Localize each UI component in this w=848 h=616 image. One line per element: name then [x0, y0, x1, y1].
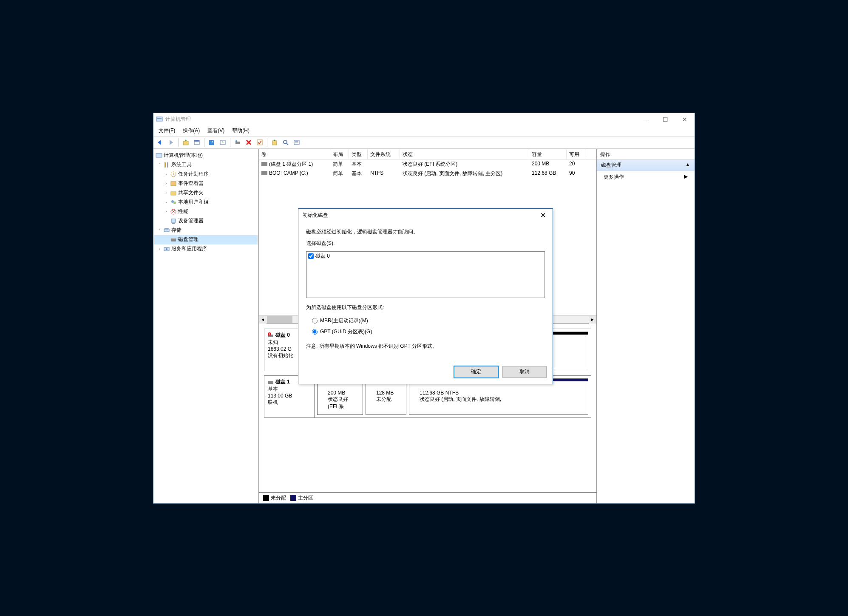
initialize-disk-dialog: 初始化磁盘 ✕ 磁盘必须经过初始化，逻辑磁盘管理器才能访问。 选择磁盘(S): …	[298, 208, 553, 384]
disk0-checkbox[interactable]	[308, 253, 314, 259]
collapse-icon[interactable]: ˅	[157, 228, 162, 233]
mbr-radio[interactable]	[312, 318, 318, 324]
triangle-right-icon: ▶	[684, 173, 688, 181]
expand-icon[interactable]: ›	[164, 190, 169, 195]
users-icon	[170, 199, 177, 206]
tree-services[interactable]: ›服务和应用程序	[154, 244, 258, 254]
forward-button[interactable]	[166, 138, 176, 147]
volume-avail: 90	[567, 169, 585, 178]
search-button[interactable]	[281, 138, 290, 147]
scroll-thumb[interactable]	[267, 316, 292, 323]
tree-item-label: 共享文件夹	[178, 189, 204, 196]
tree-system-tools[interactable]: ˅系统工具	[154, 160, 258, 170]
volume-layout: 简单	[330, 159, 349, 169]
perf-icon	[170, 208, 177, 215]
menu-file[interactable]: 文件(F)	[155, 126, 179, 135]
svg-marker-5	[184, 139, 187, 141]
menu-help[interactable]: 帮助(H)	[229, 126, 253, 135]
tree-storage[interactable]: ˅存储	[154, 226, 258, 235]
col-status[interactable]: 状态	[400, 149, 529, 159]
properties-button[interactable]	[218, 138, 227, 147]
close-button[interactable]: ✕	[675, 113, 695, 126]
tree-performance[interactable]: ›性能	[154, 207, 258, 216]
dialog-body: 磁盘必须经过初始化，逻辑磁盘管理器才能访问。 选择磁盘(S): 磁盘 0 为所选…	[298, 222, 553, 362]
expand-icon[interactable]: ›	[164, 209, 169, 214]
check-button[interactable]	[255, 138, 264, 147]
part-size: 200 MB	[328, 390, 352, 396]
up-button[interactable]	[181, 138, 190, 147]
tree-task-scheduler[interactable]: ›任务计划程序	[154, 170, 258, 179]
volume-row[interactable]: (磁盘 1 磁盘分区 1) 简单 基本 状态良好 (EFI 系统分区) 200 …	[259, 159, 596, 169]
ok-button[interactable]: 确定	[454, 366, 498, 378]
actions-group[interactable]: 磁盘管理▲	[597, 159, 695, 171]
svg-line-18	[286, 143, 288, 145]
tree-disk-mgmt-label: 磁盘管理	[178, 236, 199, 243]
collapse-icon[interactable]: ˅	[157, 162, 162, 167]
tree-local-users[interactable]: ›本地用户和组	[154, 198, 258, 207]
disk-icon	[170, 236, 177, 243]
svg-rect-27	[171, 192, 176, 195]
gpt-radio[interactable]	[312, 329, 318, 335]
mbr-option[interactable]: MBR(主启动记录)(M)	[306, 315, 545, 326]
window-controls: ― ☐ ✕	[636, 113, 695, 126]
col-avail[interactable]: 可用	[567, 149, 585, 159]
tree-disk-mgmt[interactable]: 磁盘管理	[154, 235, 258, 244]
dialog-close-button[interactable]: ✕	[538, 210, 548, 220]
dialog-buttons: 确定 取消	[298, 362, 553, 384]
cancel-button[interactable]: 取消	[502, 366, 547, 378]
toolbar: ?	[153, 136, 695, 149]
menu-view[interactable]: 查看(V)	[204, 126, 228, 135]
scroll-right-icon[interactable]: ►	[589, 316, 596, 324]
list-button[interactable]	[292, 138, 301, 147]
volume-row[interactable]: BOOTCAMP (C:) 简单 基本 NTFS 状态良好 (启动, 页面文件,…	[259, 169, 596, 178]
minimize-button[interactable]: ―	[636, 113, 655, 126]
tool-a-button[interactable]	[270, 138, 279, 147]
legend-unalloc-label: 未分配	[271, 495, 286, 501]
dialog-note: 注意: 所有早期版本的 Windows 都不识别 GPT 分区形式。	[306, 343, 545, 350]
col-capacity[interactable]: 容量	[529, 149, 567, 159]
tree-item-label: 性能	[178, 208, 188, 215]
part-size: 128 MB	[376, 390, 396, 396]
app-window: 计算机管理 ― ☐ ✕ 文件(F) 操作(A) 查看(V) 帮助(H) ?	[153, 113, 695, 504]
dialog-select-label: 选择磁盘(S):	[306, 240, 545, 247]
col-type[interactable]: 类型	[349, 149, 368, 159]
actions-more-label: 更多操作	[604, 173, 624, 181]
col-layout[interactable]: 布局	[330, 149, 349, 159]
actions-more[interactable]: 更多操作▶	[597, 171, 695, 183]
svg-rect-34	[164, 229, 169, 232]
svg-rect-7	[194, 140, 199, 142]
expand-icon[interactable]: ›	[164, 172, 169, 176]
expand-icon[interactable]: ›	[164, 200, 169, 204]
svg-marker-2	[158, 140, 161, 145]
legend-primary: 主分区	[290, 494, 313, 502]
menubar: 文件(F) 操作(A) 查看(V) 帮助(H)	[153, 126, 695, 136]
svg-rect-1	[157, 118, 162, 119]
svg-point-28	[171, 200, 174, 203]
col-fs[interactable]: 文件系统	[368, 149, 400, 159]
expand-icon[interactable]: ›	[157, 247, 162, 251]
volume-icon	[261, 162, 267, 166]
scroll-left-icon[interactable]: ◄	[259, 316, 267, 324]
gpt-option[interactable]: GPT (GUID 分区表)(G)	[306, 326, 545, 338]
delete-button[interactable]	[244, 138, 253, 147]
menu-action[interactable]: 操作(A)	[179, 126, 203, 135]
help-button[interactable]: ?	[207, 138, 216, 147]
back-button[interactable]	[155, 138, 164, 147]
col-volume[interactable]: 卷	[259, 149, 330, 159]
part-status: 未分配	[376, 396, 396, 403]
tree-device-mgr[interactable]: 设备管理器	[154, 216, 258, 226]
disk-name: 磁盘 1	[275, 378, 290, 386]
tree-root[interactable]: 计算机管理(本地)	[154, 151, 258, 160]
expand-icon[interactable]: ›	[164, 181, 169, 186]
tools-icon	[163, 162, 170, 168]
show-console-button[interactable]	[192, 138, 201, 147]
tree-event-viewer[interactable]: ›事件查看器	[154, 179, 258, 188]
maximize-button[interactable]: ☐	[655, 113, 675, 126]
disk-select-item[interactable]: 磁盘 0	[306, 252, 545, 261]
tree-system-tools-label: 系统工具	[171, 161, 192, 168]
legend-unalloc: 未分配	[263, 494, 286, 502]
disk-select-list: 磁盘 0	[306, 251, 545, 298]
refresh-button[interactable]	[233, 138, 242, 147]
tree-shared-folders[interactable]: ›共享文件夹	[154, 188, 258, 198]
part-size: 112.68 GB NTFS	[420, 390, 578, 396]
